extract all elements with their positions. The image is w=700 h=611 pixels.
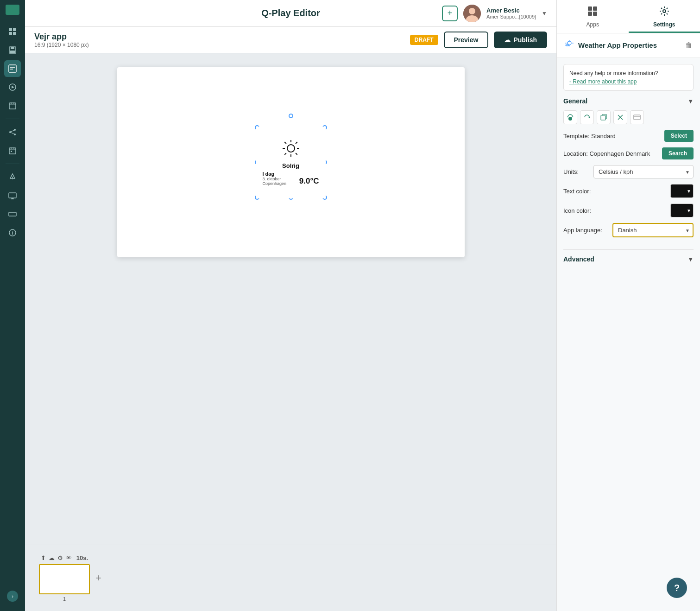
text-color-swatch[interactable]: ▼ [670, 184, 694, 198]
preview-button[interactable]: Preview [444, 32, 489, 48]
svg-point-38 [287, 145, 295, 152]
sidebar-item-info[interactable] [4, 224, 21, 241]
sidebar-item-media[interactable] [4, 79, 21, 95]
svg-line-46 [284, 153, 286, 155]
sidebar: › [0, 0, 25, 611]
general-section-header[interactable]: General ▼ [563, 97, 694, 105]
location-search-button[interactable]: Search [662, 147, 694, 159]
svg-point-16 [14, 129, 16, 131]
advanced-chevron-icon: ▼ [687, 256, 694, 263]
svg-rect-28 [9, 193, 16, 198]
canvas-wrapper: Solrig I dag 3. oktober Copenhagen 9.0°C [25, 53, 556, 545]
icon-color-swatch[interactable]: ▼ [670, 204, 694, 217]
gen-icon-1[interactable] [563, 110, 577, 124]
weather-day: I dag [263, 171, 287, 177]
units-select[interactable]: Celsius / kph Fahrenheit / mph [593, 165, 694, 178]
svg-rect-49 [588, 12, 592, 16]
svg-line-20 [11, 133, 14, 134]
slide-dimensions: 16:9 (1920 × 1080 px) [34, 42, 89, 48]
general-section-title: General [563, 97, 587, 105]
editor-toolbar: Vejr app 16:9 (1920 × 1080 px) DRAFT Pre… [25, 27, 556, 53]
timeline-slide-number: 1 [63, 596, 66, 602]
add-button[interactable]: + [442, 6, 458, 21]
svg-point-34 [12, 231, 13, 232]
sidebar-expand-btn[interactable]: › [7, 591, 18, 602]
sidebar-item-save[interactable] [4, 42, 21, 58]
right-panel: Apps Settings Weather App Properties 🗑 N… [556, 0, 700, 611]
timeline-add-button[interactable]: + [95, 572, 101, 584]
gen-icon-3[interactable] [597, 110, 611, 124]
apps-tab-icon [587, 6, 598, 19]
timeline: ⬆ ☁ ⚙ 👁 10s. 1 + [25, 545, 556, 611]
editor-area: Vejr app 16:9 (1920 × 1080 px) DRAFT Pre… [25, 27, 556, 611]
weather-condition: Solrig [282, 162, 299, 169]
publish-button[interactable]: ☁ Publish [494, 32, 547, 48]
canvas[interactable]: Solrig I dag 3. oktober Copenhagen 9.0°C [117, 67, 465, 257]
avatar [463, 5, 481, 22]
sidebar-item-display[interactable] [4, 187, 21, 204]
delete-button[interactable]: 🗑 [685, 41, 693, 50]
gen-icon-4[interactable] [613, 110, 627, 124]
draft-badge: DRAFT [410, 35, 438, 45]
general-icons-row [563, 110, 694, 124]
icon-color-chevron-icon: ▼ [687, 208, 691, 213]
help-link[interactable]: - Read more about this app [569, 78, 687, 85]
svg-rect-1 [13, 28, 16, 31]
units-label: Units: [563, 168, 593, 175]
weather-left: I dag 3. oktober Copenhagen [263, 171, 287, 186]
svg-line-44 [296, 153, 297, 155]
svg-rect-5 [11, 47, 14, 49]
svg-rect-2 [9, 32, 12, 35]
sidebar-item-alerts[interactable] [4, 169, 21, 185]
icon-color-label: Icon color: [563, 207, 591, 214]
weather-widget-container[interactable]: Solrig I dag 3. oktober Copenhagen 9.0°C [256, 127, 326, 198]
svg-rect-25 [11, 151, 12, 152]
slide-info: Vejr app 16:9 (1920 × 1080 px) [34, 32, 89, 48]
sidebar-divider-2 [6, 164, 19, 164]
properties-title: Weather App Properties [578, 41, 681, 49]
rotate-handle[interactable] [289, 114, 293, 118]
tab-apps[interactable]: Apps [557, 0, 629, 33]
svg-line-43 [284, 142, 286, 144]
timeline-row: ⬆ ☁ ⚙ 👁 10s. 1 + [39, 554, 542, 602]
sidebar-item-calendar[interactable] [4, 142, 21, 159]
sidebar-item-schedule[interactable] [4, 97, 21, 114]
weather-temperature: 9.0°C [299, 177, 319, 186]
general-chevron-icon: ▼ [687, 98, 694, 105]
gen-icon-5[interactable] [630, 110, 644, 124]
svg-rect-21 [9, 148, 16, 154]
publish-icon: ☁ [504, 36, 511, 44]
timeline-icon-gear: ⚙ [57, 554, 63, 561]
advanced-section-header[interactable]: Advanced ▼ [563, 249, 694, 263]
tab-settings[interactable]: Settings [629, 0, 700, 33]
svg-rect-50 [593, 12, 597, 16]
svg-rect-48 [593, 6, 597, 11]
svg-marker-54 [588, 116, 590, 118]
user-info: Amer Besic Amer Suppo...[10009] [486, 7, 536, 19]
sidebar-item-share[interactable] [4, 124, 21, 140]
app-language-dropdown-wrapper: Danish English German Norwegian Swedish … [612, 223, 694, 237]
svg-rect-12 [9, 103, 16, 109]
svg-line-45 [296, 142, 297, 144]
svg-rect-31 [9, 212, 16, 216]
gen-icon-2[interactable] [580, 110, 594, 124]
text-color-chevron-icon: ▼ [687, 189, 691, 194]
svg-rect-55 [601, 115, 605, 120]
main-content: Q-Play Editor + Amer Besic Amer Suppo...… [25, 0, 556, 611]
svg-rect-3 [13, 32, 16, 35]
svg-point-17 [9, 131, 11, 133]
timeline-slide-1[interactable]: ⬆ ☁ ⚙ 👁 10s. 1 [39, 554, 90, 602]
help-float-button[interactable]: ? [667, 578, 687, 598]
user-menu-chevron[interactable]: ▼ [542, 10, 547, 17]
weather-location: Copenhagen [263, 181, 287, 186]
app-language-select[interactable]: Danish English German Norwegian Swedish [612, 223, 694, 237]
sidebar-logo [6, 5, 19, 15]
sidebar-item-bar[interactable] [4, 206, 21, 223]
sidebar-item-dashboard[interactable] [4, 23, 21, 40]
weather-widget: Solrig I dag 3. oktober Copenhagen 9.0°C [256, 127, 326, 198]
sidebar-item-editor[interactable] [4, 60, 21, 77]
advanced-section-title: Advanced [563, 255, 594, 263]
timeline-thumb[interactable] [39, 564, 90, 594]
sun-icon [282, 139, 300, 160]
template-select-button[interactable]: Select [664, 130, 694, 142]
